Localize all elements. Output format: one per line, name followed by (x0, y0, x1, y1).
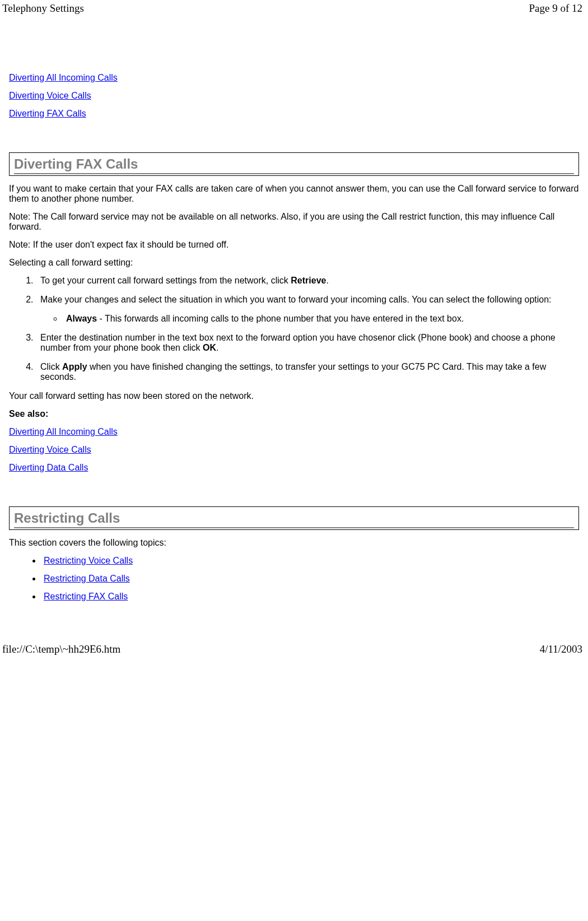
header-page-indicator: Page 9 of 12 (529, 2, 582, 15)
fax-step-2-always-desc: - This forwards all incoming calls to th… (97, 314, 464, 323)
section-heading-box-fax: Diverting FAX Calls (9, 152, 579, 176)
link-divert-voice-2[interactable]: Diverting Voice Calls (9, 445, 91, 454)
link-divert-fax[interactable]: Diverting FAX Calls (9, 109, 86, 118)
see-also-label: See also: (9, 409, 579, 419)
page-footer: file://C:\temp\~hh29E6.htm 4/11/2003 (0, 641, 588, 659)
section-heading-restrict: Restricting Calls (14, 510, 574, 528)
fax-step-3-ok: OK (203, 343, 216, 352)
section-heading-box-restrict: Restricting Calls (9, 506, 579, 530)
link-restrict-voice[interactable]: Restricting Voice Calls (44, 556, 133, 565)
page-header: Telephony Settings Page 9 of 12 (0, 0, 588, 15)
link-divert-data[interactable]: Diverting Data Calls (9, 463, 88, 472)
fax-intro: If you want to make certain that your FA… (9, 184, 579, 204)
fax-step-4-text-c: when you have finished changing the sett… (40, 362, 546, 382)
restrict-intro: This section covers the following topics… (9, 538, 579, 548)
link-divert-all-incoming[interactable]: Diverting All Incoming Calls (9, 73, 118, 82)
fax-step-2-sublist: Always - This forwards all incoming call… (40, 314, 579, 324)
list-item: Restricting Voice Calls (41, 556, 579, 566)
fax-step-2-always-label: Always (66, 314, 97, 323)
page-content: Diverting All Incoming Calls Diverting V… (0, 15, 588, 602)
fax-selecting-label: Selecting a call forward setting: (9, 258, 579, 268)
fax-step-1: To get your current call forward setting… (36, 276, 579, 286)
header-title: Telephony Settings (2, 2, 84, 15)
fax-step-3-text-c: . (216, 343, 218, 352)
fax-step-2-text: Make your changes and select the situati… (40, 295, 552, 304)
fax-steps-list: To get your current call forward setting… (9, 276, 579, 382)
fax-step-4: Click Apply when you have finished chang… (36, 362, 579, 382)
fax-step-4-text-a: Click (40, 362, 62, 371)
section-heading-fax: Diverting FAX Calls (14, 156, 574, 174)
fax-step-3-text-a: Enter the destination number in the text… (40, 333, 556, 352)
list-item: Restricting Data Calls (41, 574, 579, 584)
fax-stored-msg: Your call forward setting has now been s… (9, 391, 579, 401)
footer-path: file://C:\temp\~hh29E6.htm (2, 643, 120, 655)
fax-step-2: Make your changes and select the situati… (36, 295, 579, 324)
fax-step-3: Enter the destination number in the text… (36, 333, 579, 353)
fax-step-1-text-a: To get your current call forward setting… (40, 276, 291, 285)
fax-step-4-apply: Apply (62, 362, 87, 371)
fax-note-1: Note: The Call forward service may not b… (9, 212, 579, 232)
link-restrict-fax[interactable]: Restricting FAX Calls (44, 592, 128, 601)
link-divert-voice[interactable]: Diverting Voice Calls (9, 91, 91, 100)
fax-note-2: Note: If the user don't expect fax it sh… (9, 240, 579, 250)
fax-step-1-text-c: . (326, 276, 328, 285)
list-item: Restricting FAX Calls (41, 592, 579, 602)
restrict-topics-list: Restricting Voice Calls Restricting Data… (9, 556, 579, 602)
footer-date: 4/11/2003 (540, 643, 582, 655)
fax-step-1-retrieve: Retrieve (291, 276, 326, 285)
link-divert-all-incoming-2[interactable]: Diverting All Incoming Calls (9, 427, 118, 436)
fax-step-2-sub-always: Always - This forwards all incoming call… (63, 314, 579, 324)
link-restrict-data[interactable]: Restricting Data Calls (44, 574, 130, 583)
